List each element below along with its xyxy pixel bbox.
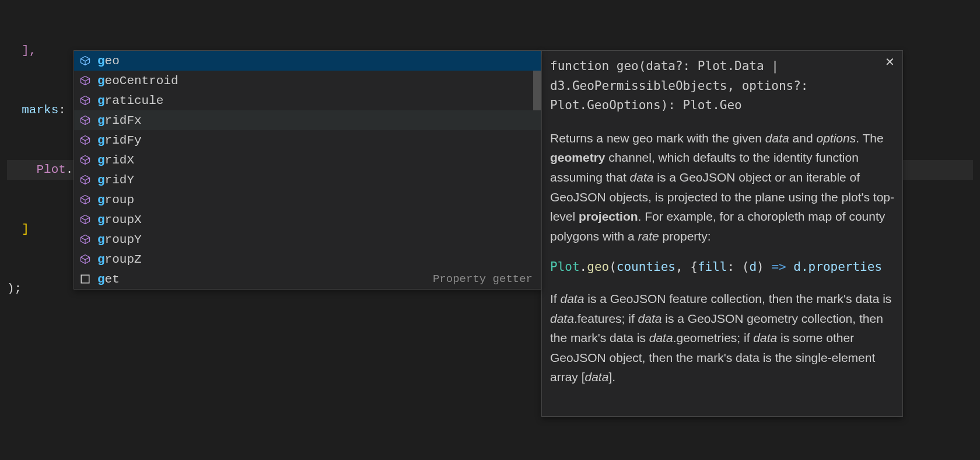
autocomplete-item[interactable]: geoCentroid [74, 71, 541, 90]
autocomplete-item[interactable]: getProperty getter [74, 269, 541, 289]
code-token: ], [7, 44, 36, 57]
code-token: ); [7, 282, 22, 295]
autocomplete-item[interactable]: groupY [74, 229, 541, 249]
autocomplete-popup[interactable]: geogeoCentroidgraticulegridFxgridFygridX… [74, 50, 541, 290]
autocomplete-item[interactable]: groupX [74, 210, 541, 229]
method-icon [79, 233, 92, 246]
autocomplete-label: geoCentroid [97, 74, 536, 88]
autocomplete-label: geo [97, 54, 536, 68]
method-icon [79, 173, 92, 186]
doc-paragraph: If data is a GeoJSON feature collection,… [550, 289, 894, 387]
code-token-key: marks [22, 103, 58, 117]
method-icon [79, 54, 92, 67]
autocomplete-item[interactable]: groupZ [74, 249, 541, 269]
method-icon [79, 253, 92, 266]
autocomplete-item[interactable]: gridX [74, 150, 541, 170]
code-token-object: Plot [36, 163, 65, 176]
autocomplete-item[interactable]: graticule [74, 90, 541, 110]
code-editor[interactable]: ], marks: [ Plot.g ] ); geogeoCentroidgr… [0, 0, 980, 460]
svg-rect-0 [81, 275, 89, 283]
autocomplete-label: groupX [97, 213, 536, 226]
method-icon [79, 193, 92, 206]
autocomplete-label: gridX [97, 154, 536, 167]
method-icon [79, 114, 92, 127]
documentation-panel[interactable]: ✕ function geo(data?: Plot.Data | d3.Geo… [541, 50, 903, 417]
autocomplete-item[interactable]: gridY [74, 170, 541, 190]
method-icon [79, 94, 92, 107]
autocomplete-label: gridFx [97, 114, 536, 127]
code-token: : [58, 103, 73, 117]
autocomplete-label: gridFy [97, 134, 536, 147]
autocomplete-label: groupZ [97, 253, 536, 266]
code-token-bracket: ] [7, 222, 29, 236]
autocomplete-item[interactable]: gridFx [74, 110, 541, 130]
close-icon[interactable]: ✕ [883, 55, 897, 69]
autocomplete-label: get [97, 273, 427, 286]
method-icon [79, 213, 92, 226]
autocomplete-item[interactable]: geo [74, 51, 541, 71]
autocomplete-label: group [97, 193, 536, 207]
property-icon [79, 273, 92, 285]
doc-body: Returns a new geo mark with the given da… [550, 128, 894, 387]
doc-signature: function geo(data?: Plot.Data | d3.GeoPe… [550, 57, 894, 116]
autocomplete-item[interactable]: gridFy [74, 130, 541, 150]
autocomplete-label: groupY [97, 233, 536, 246]
doc-paragraph: Returns a new geo mark with the given da… [550, 128, 894, 246]
autocomplete-detail: Property getter [433, 273, 536, 285]
doc-code-example: Plot.geo(counties, {fill: (d) => d.prope… [550, 257, 894, 277]
autocomplete-label: graticule [97, 94, 536, 107]
method-icon [79, 154, 92, 166]
autocomplete-item[interactable]: group [74, 190, 541, 210]
autocomplete-label: gridY [97, 173, 536, 187]
code-indent [7, 163, 36, 176]
code-token: . [66, 163, 74, 176]
method-icon [79, 74, 92, 87]
method-icon [79, 134, 92, 147]
